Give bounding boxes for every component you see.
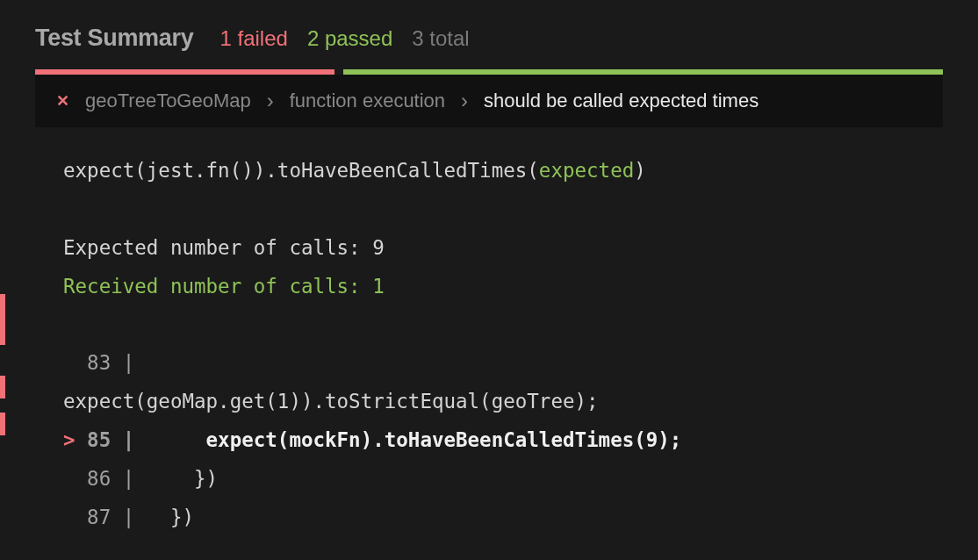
- code-text: ): [634, 159, 646, 182]
- chevron-right-icon: ›: [461, 89, 468, 113]
- progress-failed-segment: [35, 69, 334, 75]
- panel-title: Test Summary: [35, 25, 193, 52]
- line-number: 86 |: [63, 467, 134, 490]
- breadcrumb-item[interactable]: function execution: [290, 90, 445, 112]
- close-icon[interactable]: ✕: [56, 91, 69, 111]
- code-text: expect(jest.fn()).toHaveBeenCalledTimes(: [63, 159, 539, 182]
- error-caret-icon: >: [63, 428, 76, 451]
- summary-header: Test Summary 1 failed 2 passed 3 total: [0, 25, 978, 69]
- code-text: }): [134, 467, 218, 490]
- breadcrumb-item[interactable]: geoTreeToGeoMap: [85, 90, 251, 112]
- code-text: Expected number of calls: 9: [63, 229, 915, 268]
- gutter-error-marker: [0, 413, 5, 435]
- progress-bar: [35, 69, 943, 75]
- line-number: 87 |: [63, 506, 134, 528]
- gutter-error-marker: [0, 294, 5, 345]
- test-summary-panel: Test Summary 1 failed 2 passed 3 total ✕…: [0, 0, 978, 537]
- test-stats: 1 failed 2 passed 3 total: [219, 26, 469, 51]
- failed-count[interactable]: 1 failed: [219, 26, 287, 51]
- line-number: 83 |: [63, 351, 134, 374]
- error-output: expect(jest.fn()).toHaveBeenCalledTimes(…: [0, 152, 978, 537]
- breadcrumb[interactable]: ✕ geoTreeToGeoMap › function execution ›…: [35, 75, 943, 127]
- code-text: expect(geoMap.get(1)).toStrictEqual(geoT…: [63, 383, 915, 421]
- gutter-error-marker: [0, 376, 5, 398]
- progress-passed-segment: [343, 69, 943, 75]
- code-text: Received number of calls: 1: [63, 268, 915, 306]
- code-text: }): [134, 506, 194, 528]
- code-text: expected: [539, 159, 634, 182]
- breadcrumb-item[interactable]: should be called expected times: [484, 90, 759, 112]
- chevron-right-icon: ›: [267, 89, 274, 113]
- line-number: 85 |: [76, 428, 135, 451]
- passed-count[interactable]: 2 passed: [307, 26, 392, 51]
- code-text: expect(mockFn).toHaveBeenCalledTimes(9);: [134, 428, 681, 451]
- total-count: 3 total: [412, 26, 469, 51]
